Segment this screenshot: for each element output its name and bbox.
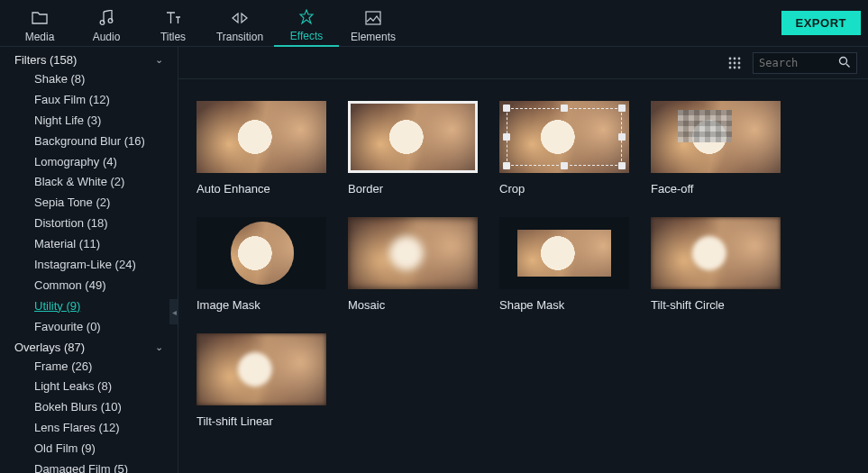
tab-media[interactable]: Media bbox=[7, 0, 72, 47]
thumbnail-label: Mosaic bbox=[348, 298, 478, 312]
main-tabs: Media Audio Titles Transition Effects bbox=[7, 0, 406, 47]
tab-label: Titles bbox=[160, 31, 186, 43]
tab-elements[interactable]: Elements bbox=[341, 0, 406, 47]
sidebar-subitem[interactable]: Lens Flares (12) bbox=[14, 418, 178, 439]
svg-point-4 bbox=[734, 57, 736, 59]
thumbnail-image bbox=[651, 217, 781, 289]
thumbnail-label: Crop bbox=[499, 182, 629, 196]
elements-icon bbox=[365, 9, 381, 27]
thumbnail-image bbox=[499, 217, 629, 289]
sidebar-subitem[interactable]: Light Leaks (8) bbox=[14, 377, 178, 397]
tab-label: Effects bbox=[290, 30, 323, 42]
sidebar-subitem[interactable]: Lomography (4) bbox=[14, 152, 178, 173]
category-label: Filters (158) bbox=[14, 53, 77, 67]
tab-effects[interactable]: Effects bbox=[274, 0, 339, 47]
sidebar-subitem[interactable]: Sepia Tone (2) bbox=[14, 193, 178, 214]
chevron-down-icon: ⌄ bbox=[155, 54, 163, 66]
effect-thumbnail[interactable]: Auto Enhance bbox=[196, 101, 326, 196]
effect-thumbnail[interactable]: Face-off bbox=[651, 101, 781, 196]
content-toolbar bbox=[178, 47, 868, 79]
thumbnail-image bbox=[196, 217, 326, 289]
thumbnail-image bbox=[196, 101, 326, 173]
thumbnail-label: Border bbox=[348, 182, 478, 196]
sidebar-subitem[interactable]: Bokeh Blurs (10) bbox=[14, 397, 178, 418]
svg-point-10 bbox=[734, 66, 736, 68]
sidebar-subitem[interactable]: Background Blur (16) bbox=[14, 132, 178, 152]
effect-thumbnail[interactable]: Shape Mask bbox=[499, 217, 629, 312]
grid-view-icon[interactable] bbox=[727, 56, 742, 70]
tab-label: Media bbox=[25, 31, 55, 43]
sidebar-subitem[interactable]: Shake (8) bbox=[14, 69, 178, 90]
chevron-down-icon: ⌄ bbox=[155, 341, 163, 353]
sidebar-subitem[interactable]: Black & White (2) bbox=[14, 172, 178, 193]
svg-point-12 bbox=[840, 57, 847, 64]
category-label: Overlays (87) bbox=[14, 341, 85, 354]
thumbnail-label: Image Mask bbox=[196, 298, 326, 312]
sidebar-subitem[interactable]: Faux Film (12) bbox=[14, 90, 178, 111]
tab-label: Transition bbox=[216, 31, 263, 43]
thumbnail-label: Shape Mask bbox=[499, 298, 629, 312]
thumbnail-image bbox=[348, 101, 478, 173]
effect-thumbnail[interactable]: Tilt-shift Linear bbox=[196, 333, 326, 428]
search-icon[interactable] bbox=[838, 56, 850, 70]
effects-icon bbox=[298, 8, 315, 26]
tab-label: Elements bbox=[351, 31, 396, 43]
sidebar-subitem[interactable]: Common (49) bbox=[14, 276, 178, 296]
sidebar-subitem[interactable]: Material (11) bbox=[14, 234, 178, 255]
svg-point-5 bbox=[738, 57, 741, 59]
folder-icon bbox=[32, 9, 48, 27]
thumbnail-image bbox=[651, 101, 781, 173]
collapse-sidebar-handle[interactable]: ◂ bbox=[169, 299, 178, 324]
svg-point-8 bbox=[738, 61, 741, 64]
svg-point-7 bbox=[734, 61, 736, 64]
chevron-left-icon: ◂ bbox=[172, 307, 177, 317]
search-input[interactable] bbox=[759, 57, 838, 69]
music-icon bbox=[99, 9, 114, 27]
thumbnail-label: Auto Enhance bbox=[196, 182, 326, 196]
sidebar-subitem[interactable]: Frame (26) bbox=[14, 357, 178, 377]
thumbnail-label: Tilt-shift Linear bbox=[196, 414, 326, 428]
tab-label: Audio bbox=[93, 31, 121, 43]
thumbnail-label: Tilt-shift Circle bbox=[651, 298, 781, 312]
transition-icon bbox=[231, 9, 249, 27]
thumbnail-image bbox=[348, 217, 478, 289]
effect-thumbnail[interactable]: Image Mask bbox=[196, 217, 326, 312]
sidebar-category[interactable]: Filters (158)⌄ bbox=[14, 50, 178, 69]
sidebar-subitem[interactable]: Instagram-Like (24) bbox=[14, 255, 178, 276]
sidebar-subitem[interactable]: Utility (9) bbox=[14, 296, 178, 317]
effect-thumbnail[interactable]: Crop bbox=[499, 101, 629, 196]
tab-audio[interactable]: Audio bbox=[74, 0, 139, 47]
text-icon bbox=[165, 9, 181, 27]
effects-sidebar: Filters (158)⌄Shake (8)Faux Film (12)Nig… bbox=[0, 47, 178, 473]
effect-thumbnail[interactable]: Tilt-shift Circle bbox=[651, 217, 781, 312]
sidebar-subitem[interactable]: Damaged Film (5) bbox=[14, 459, 178, 473]
search-box[interactable] bbox=[753, 52, 857, 74]
export-button[interactable]: EXPORT bbox=[781, 11, 861, 35]
sidebar-subitem[interactable]: Favourite (0) bbox=[14, 317, 178, 338]
tab-transition[interactable]: Transition bbox=[207, 0, 272, 47]
top-toolbar: Media Audio Titles Transition Effects bbox=[0, 0, 868, 47]
main-area: Filters (158)⌄Shake (8)Faux Film (12)Nig… bbox=[0, 47, 868, 473]
svg-point-6 bbox=[729, 61, 732, 64]
thumbnail-image bbox=[196, 333, 326, 405]
tab-titles[interactable]: Titles bbox=[141, 0, 206, 47]
sidebar-subitem[interactable]: Night Life (3) bbox=[14, 111, 178, 132]
effect-thumbnail[interactable]: Border bbox=[348, 101, 478, 196]
sidebar-category[interactable]: Overlays (87)⌄ bbox=[14, 338, 178, 357]
thumbnail-label: Face-off bbox=[651, 182, 781, 196]
svg-point-11 bbox=[738, 66, 741, 68]
thumbnail-image bbox=[499, 101, 629, 173]
effect-thumbnail[interactable]: Mosaic bbox=[348, 217, 478, 312]
sidebar-subitem[interactable]: Old Film (9) bbox=[14, 439, 178, 459]
content-area: Auto EnhanceBorderCropFace-offImage Mask… bbox=[178, 47, 868, 473]
svg-point-9 bbox=[729, 66, 732, 68]
effects-grid: Auto EnhanceBorderCropFace-offImage Mask… bbox=[178, 79, 868, 473]
sidebar-subitem[interactable]: Distortion (18) bbox=[14, 214, 178, 234]
svg-point-3 bbox=[729, 57, 732, 59]
